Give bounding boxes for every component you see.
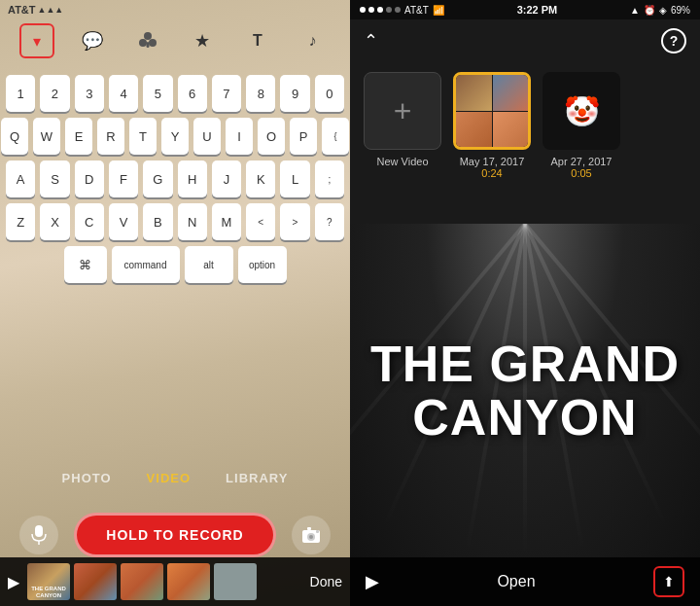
open-button[interactable]: Open (497, 573, 535, 590)
project-duration-gc: 0:24 (460, 167, 525, 179)
key-n: N (178, 203, 207, 240)
project-title-horror: Apr 27, 2017 (551, 156, 612, 167)
key-1: 1 (6, 75, 35, 112)
star-button[interactable]: ★ (185, 23, 220, 58)
key-semicolon: ; (315, 160, 344, 197)
clover-icon (137, 30, 158, 52)
svg-rect-3 (146, 42, 149, 48)
key-6: 6 (178, 75, 207, 112)
key-y: Y (161, 118, 189, 155)
carrier-right: AT&T (404, 5, 429, 16)
key-i: I (226, 118, 253, 155)
svg-point-8 (309, 535, 313, 539)
svg-point-1 (149, 39, 157, 47)
play-button-right[interactable]: ▶ (366, 571, 379, 592)
main-title-line2: CANYON (412, 389, 637, 446)
done-button[interactable]: Done (310, 574, 342, 589)
project-duration-horror: 0:05 (551, 167, 612, 179)
main-title-line1: THE GRAND (370, 336, 680, 392)
left-panel: AT&T ▲▲▲ ▾ 💬 ★ T (0, 0, 350, 606)
help-button[interactable]: ? (661, 28, 686, 53)
gc-cell-3 (456, 112, 492, 148)
mode-library[interactable]: LIBRARY (218, 467, 296, 489)
project-thumb-horror: 🤡 (542, 72, 620, 150)
key-option: option (238, 246, 287, 283)
mode-video[interactable]: VIDEO (139, 467, 198, 489)
title-area: THE GRAND CANYON (350, 224, 700, 557)
key-command: command (112, 246, 180, 283)
project-thumb-new: + (364, 72, 441, 150)
dot-5 (395, 7, 401, 13)
projects-row: + New Video May 17, 2017 0:24 (350, 62, 700, 218)
mode-photo[interactable]: PHOTO (54, 467, 120, 489)
key-gt: > (280, 203, 309, 240)
key-u: U (193, 118, 221, 155)
camera-flip-icon (300, 525, 322, 545)
bottom-bar-right: ▶ Open ⬆ (350, 557, 700, 606)
project-grand-canyon[interactable]: May 17, 2017 0:24 (453, 72, 531, 179)
speech-bubble-button[interactable]: 💬 (75, 23, 110, 58)
music-button[interactable]: ♪ (296, 23, 331, 58)
text-button[interactable]: T (240, 23, 275, 58)
key-m: M (212, 203, 241, 240)
bluetooth-icon: ◈ (659, 5, 667, 16)
signal-dots (360, 7, 401, 13)
filmstrip-thumb-1[interactable]: THE GRANDCANYON (27, 563, 70, 600)
wifi-icon: 📶 (433, 5, 444, 16)
alarm-icon: ⏰ (644, 5, 655, 16)
right-panel: AT&T 📶 3:22 PM ▲ ⏰ ◈ 69% ⌃ ? + New Video (350, 0, 700, 606)
horror-thumb: 🤡 (542, 72, 620, 150)
gc-cell-1 (456, 75, 492, 111)
key-l: L (280, 160, 309, 197)
key-d: D (75, 160, 104, 197)
key-question: ? (315, 203, 344, 240)
play-button-strip[interactable]: ▶ (8, 573, 19, 591)
key-a: A (6, 160, 35, 197)
camera-viewfinder: AT&T ▲▲▲ ▾ 💬 ★ T (0, 0, 350, 606)
svg-point-2 (139, 39, 147, 47)
key-v: V (109, 203, 138, 240)
filmstrip: ▶ THE GRANDCANYON Done (0, 557, 350, 606)
key-j: J (212, 160, 241, 197)
project-meta-horror: Apr 27, 2017 0:05 (551, 156, 612, 179)
key-z: Z (6, 203, 35, 240)
project-new-video[interactable]: + New Video (364, 72, 441, 167)
gc-grid (456, 75, 528, 147)
clover-button[interactable] (130, 23, 165, 58)
key-s: S (40, 160, 69, 197)
key-w: W (33, 118, 60, 155)
filmstrip-thumb-4[interactable] (167, 563, 210, 600)
project-title-new: New Video (377, 156, 429, 167)
location-icon: ▲ (630, 5, 640, 16)
dot-4 (386, 7, 392, 13)
filmstrip-thumb-3[interactable] (121, 563, 163, 600)
share-icon: ⬆ (663, 574, 675, 589)
filmstrip-thumb-5[interactable] (214, 563, 257, 600)
carrier-left: AT&T (8, 4, 36, 16)
record-button[interactable]: HOLD TO RECORD (74, 513, 275, 557)
share-button[interactable]: ⬆ (653, 566, 684, 597)
camera-flip-button[interactable] (292, 516, 331, 554)
horror-emoji: 🤡 (564, 94, 600, 128)
key-5: 5 (143, 75, 172, 112)
project-meta-new: New Video (377, 156, 429, 167)
key-alt: alt (185, 246, 233, 283)
key-g: G (143, 160, 172, 197)
key-x: X (40, 203, 69, 240)
mic-button[interactable] (19, 516, 58, 554)
chevron-up-button[interactable]: ⌃ (364, 30, 378, 52)
key-lt: < (246, 203, 275, 240)
key-t: T (129, 118, 157, 155)
key-h: H (178, 160, 207, 197)
project-horror[interactable]: 🤡 Apr 27, 2017 0:05 (542, 72, 620, 179)
main-title: THE GRAND CANYON (370, 338, 680, 444)
dot-2 (368, 7, 374, 13)
keyboard-view: 1 2 3 4 5 6 7 8 9 0 Q W E R T Y U I O (0, 62, 350, 489)
top-icons-bar: ▾ 💬 ★ T ♪ (0, 19, 350, 62)
key-7: 7 (212, 75, 241, 112)
chevron-down-button[interactable]: ▾ (19, 23, 54, 58)
svg-rect-4 (35, 525, 43, 537)
filmstrip-label-1: THE GRANDCANYON (27, 586, 70, 599)
filmstrip-thumb-2[interactable] (74, 563, 117, 600)
key-bracket-open: { (322, 118, 349, 155)
